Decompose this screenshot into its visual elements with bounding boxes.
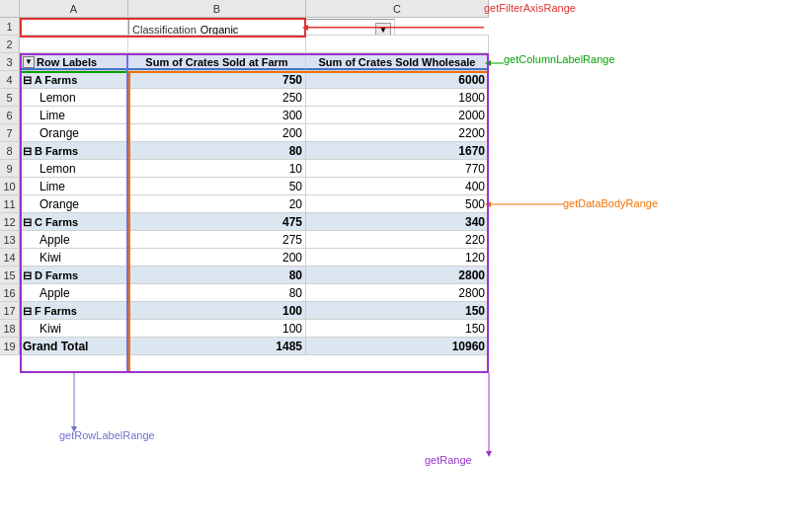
row-num-1: 1 (0, 18, 20, 35)
cell-3b-header: Sum of Crates Sold at Farm (128, 53, 306, 70)
table-row: 15 ⊟ D Farms 80 2800 (0, 266, 489, 284)
row-labels-dropdown[interactable]: ▼ (23, 56, 35, 68)
cell-label: Kiwi (20, 249, 128, 266)
cell-label: ⊟ B Farms (20, 142, 128, 159)
table-row: 16 Apple 80 2800 (0, 284, 489, 302)
row-labels-cell: ▼ Row Labels (23, 53, 124, 70)
filter-axis-label: getFilterAxisRange (484, 2, 576, 14)
cell-2c (306, 36, 489, 52)
cell-label: Lemon (20, 160, 128, 177)
row-num-11: 11 (0, 195, 20, 212)
table-row: 8 ⊟ B Farms 80 1670 (0, 142, 489, 160)
filter-value: Organic (200, 21, 371, 35)
cell-val1: 100 (128, 320, 306, 337)
col-header-b: B (128, 0, 306, 18)
filter-label: Classification (132, 21, 197, 35)
row-3-header: 3 ▼ Row Labels Sum of Crates Sold at Far… (0, 53, 489, 71)
row-num-2: 2 (0, 36, 20, 52)
row-num-13: 13 (0, 231, 20, 248)
cell-val1: 50 (128, 178, 306, 194)
corner-cell (0, 0, 20, 18)
cell-3c-header: Sum of Crates Sold Wholesale (306, 53, 489, 70)
table-row: 14 Kiwi 200 120 (0, 249, 489, 266)
range-annotation: getRange (425, 454, 472, 466)
table-row: 4 ⊟ A Farms 750 6000 (0, 71, 489, 89)
cell-val2: 150 (306, 320, 489, 337)
row-label-annotation: getRowLabelRange (59, 429, 155, 441)
row-num-6: 6 (0, 107, 20, 123)
cell-label: Lemon (20, 89, 128, 106)
cell-val2: 2000 (306, 107, 489, 123)
row-num-10: 10 (0, 178, 20, 194)
cell-3a-row-labels: ▼ Row Labels (20, 53, 128, 70)
cell-total-b: 1485 (128, 338, 306, 354)
cell-label: Kiwi (20, 320, 128, 337)
table-row: 6 Lime 300 2000 (0, 107, 489, 124)
cell-val1: 275 (128, 231, 306, 248)
table-row: 7 Orange 200 2200 (0, 124, 489, 142)
row-num-3: 3 (0, 53, 20, 70)
table-row: 17 ⊟ F Farms 100 150 (0, 302, 489, 320)
table-row: 5 Lemon 250 1800 (0, 89, 489, 107)
filter-dropdown-btn[interactable]: ▼ (375, 23, 391, 35)
cell-val2: 340 (306, 213, 489, 230)
table-row: 12 ⊟ C Farms 475 340 (0, 213, 489, 231)
row-num-8: 8 (0, 142, 20, 159)
cell-val1: 250 (128, 89, 306, 106)
cell-val2: 400 (306, 178, 489, 194)
cell-val1: 475 (128, 213, 306, 230)
row-total: 19 Grand Total 1485 10960 (0, 338, 489, 355)
cell-val2: 220 (306, 231, 489, 248)
cell-val1: 750 (128, 71, 306, 88)
cell-val1: 200 (128, 249, 306, 266)
cell-label: ⊟ C Farms (20, 213, 128, 230)
row-num-total: 19 (0, 338, 20, 354)
cell-val1: 80 (128, 266, 306, 283)
cell-val2: 500 (306, 195, 489, 212)
row-num-16: 16 (0, 284, 20, 301)
cell-val1: 80 (128, 142, 306, 159)
cell-val2: 2800 (306, 284, 489, 301)
table-row: 9 Lemon 10 770 (0, 160, 489, 178)
row-num-15: 15 (0, 266, 20, 283)
row-num-12: 12 (0, 213, 20, 230)
cell-label: Apple (20, 284, 128, 301)
cell-val2: 2200 (306, 124, 489, 141)
row-labels-text: Row Labels (37, 53, 97, 70)
grid: 1 Classification Organic ▼ 2 3 ▼ (0, 18, 489, 355)
cell-val2: 120 (306, 249, 489, 266)
cell-label: ⊟ A Farms (20, 71, 128, 88)
cell-2a (20, 36, 128, 52)
cell-label: Apple (20, 231, 128, 248)
cell-total-a: Grand Total (20, 338, 128, 354)
cell-val2: 6000 (306, 71, 489, 88)
col-header-a: A (20, 0, 128, 18)
cell-label: Orange (20, 195, 128, 212)
data-body-annotation: getDataBodyRange (563, 197, 658, 209)
col-label-annotation: getColumnLabelRange (504, 53, 615, 65)
cell-total-c: 10960 (306, 338, 489, 354)
cell-label: Orange (20, 124, 128, 141)
cell-val1: 200 (128, 124, 306, 141)
cell-1a (20, 18, 128, 35)
svg-marker-9 (486, 451, 492, 457)
cell-val1: 80 (128, 284, 306, 301)
row-num-4: 4 (0, 71, 20, 88)
cell-2b (128, 36, 306, 52)
row-num-7: 7 (0, 124, 20, 141)
row-num-17: 17 (0, 302, 20, 319)
table-row: 13 Apple 275 220 (0, 231, 489, 249)
column-headers: A B C (0, 0, 489, 18)
cell-val1: 20 (128, 195, 306, 212)
table-row: 10 Lime 50 400 (0, 178, 489, 195)
row-num-18: 18 (0, 320, 20, 337)
cell-val2: 150 (306, 302, 489, 319)
row-2: 2 (0, 36, 489, 53)
cell-val2: 1670 (306, 142, 489, 159)
cell-label: ⊟ F Farms (20, 302, 128, 319)
row-num-14: 14 (0, 249, 20, 266)
cell-val2: 1800 (306, 89, 489, 106)
cell-val1: 10 (128, 160, 306, 177)
cell-val1: 300 (128, 107, 306, 123)
spreadsheet: A B C 1 Classification Organic ▼ 2 (0, 0, 798, 532)
